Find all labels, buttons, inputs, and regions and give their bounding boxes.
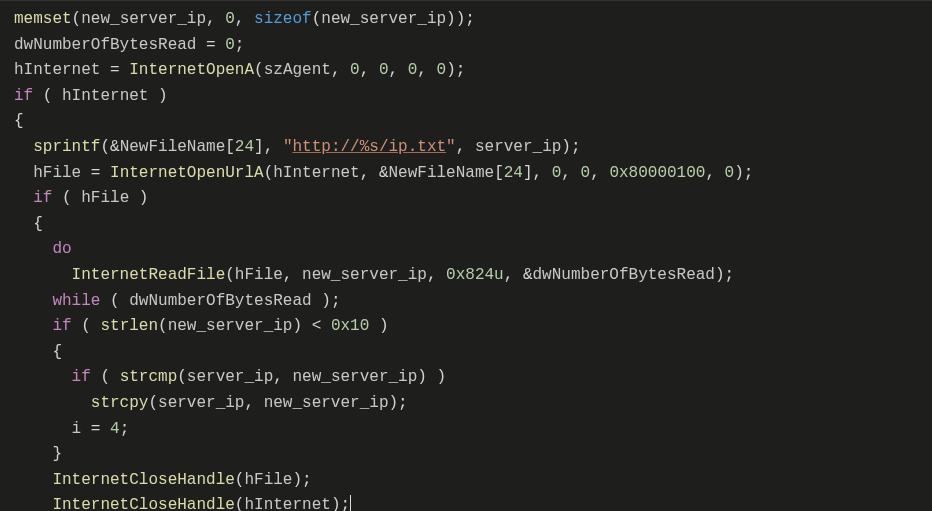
indent [14, 189, 33, 207]
code-line[interactable]: hFile = InternetOpenUrlA(hInternet, &New… [14, 161, 922, 187]
indent [14, 292, 52, 310]
token-punct: , [360, 61, 379, 79]
token-punct: = [196, 36, 225, 54]
code-line[interactable]: do [14, 237, 922, 263]
token-func: InternetOpenUrlA [110, 164, 264, 182]
token-brace: } [52, 445, 62, 463]
code-line[interactable]: memset(new_server_ip, 0, sizeof(new_serv… [14, 7, 922, 33]
indent [14, 471, 52, 489]
code-line[interactable]: InternetReadFile(hFile, new_server_ip, 0… [14, 263, 922, 289]
token-ident: hInternet [14, 61, 100, 79]
token-func: sprintf [33, 138, 100, 156]
token-punct: ( [225, 266, 235, 284]
token-punct: ); [388, 394, 407, 412]
token-punct: , & [360, 164, 389, 182]
token-punct: , [244, 394, 263, 412]
code-line[interactable]: strcpy(server_ip, new_server_ip); [14, 391, 922, 417]
indent [14, 343, 52, 361]
token-string: http://%s/ip.txt [292, 138, 446, 156]
token-punct: ( [235, 496, 245, 511]
token-punct: , [389, 61, 408, 79]
code-line[interactable]: if ( hFile ) [14, 186, 922, 212]
token-punct: ( [235, 471, 245, 489]
indent [14, 138, 33, 156]
token-number: 0 [225, 36, 235, 54]
token-func: strcpy [91, 394, 149, 412]
token-punct: ; [120, 420, 130, 438]
code-line[interactable]: if ( hInternet ) [14, 84, 922, 110]
indent [14, 496, 52, 511]
token-ident: server_ip [158, 394, 244, 412]
token-punct: ( [72, 10, 82, 28]
token-punct: ) [369, 317, 388, 335]
token-punct: ); [446, 61, 465, 79]
indent [14, 420, 72, 438]
code-line[interactable]: } [14, 442, 922, 468]
token-punct: , [590, 164, 609, 182]
token-punct: , [235, 10, 254, 28]
code-line[interactable]: sprintf(&NewFileName[24], "http://%s/ip.… [14, 135, 922, 161]
token-number: 24 [504, 164, 523, 182]
token-punct: , [705, 164, 724, 182]
token-punct: = [81, 420, 110, 438]
token-func: InternetCloseHandle [52, 496, 234, 511]
code-line[interactable]: { [14, 109, 922, 135]
token-brace: { [14, 112, 24, 130]
token-number: 0x10 [331, 317, 369, 335]
token-control: if [72, 368, 91, 386]
code-line[interactable]: i = 4; [14, 417, 922, 443]
token-func: InternetCloseHandle [52, 471, 234, 489]
token-ident: new_server_ip [321, 10, 446, 28]
indent [14, 164, 33, 182]
token-control: if [52, 317, 71, 335]
token-keyword: sizeof [254, 10, 312, 28]
code-line[interactable]: hInternet = InternetOpenA(szAgent, 0, 0,… [14, 58, 922, 84]
token-number: 0x824u [446, 266, 504, 284]
code-editor[interactable]: memset(new_server_ip, 0, sizeof(new_serv… [0, 0, 932, 511]
code-line[interactable]: InternetCloseHandle(hFile); [14, 468, 922, 494]
token-func: InternetReadFile [72, 266, 226, 284]
indent [14, 240, 52, 258]
code-line[interactable]: while ( dwNumberOfBytesRead ); [14, 289, 922, 315]
token-number: 4 [110, 420, 120, 438]
token-punct: ], [254, 138, 283, 156]
token-brace: { [33, 215, 43, 233]
token-punct: ( [33, 87, 62, 105]
indent [14, 215, 33, 233]
token-control: if [33, 189, 52, 207]
token-punct: ( [177, 368, 187, 386]
token-punct: ( [264, 164, 274, 182]
code-line[interactable]: InternetCloseHandle(hInternet); [14, 493, 922, 511]
token-number: 0 [408, 61, 418, 79]
token-number: 0 [552, 164, 562, 182]
token-ident: new_server_ip [168, 317, 293, 335]
token-func: InternetOpenA [129, 61, 254, 79]
token-punct: ( [100, 292, 129, 310]
token-brace: { [52, 343, 62, 361]
token-punct: ); [715, 266, 734, 284]
token-ident: dwNumberOfBytesRead [533, 266, 715, 284]
token-punct: , [561, 164, 580, 182]
token-punct: ); [292, 471, 311, 489]
token-punct: ); [331, 496, 350, 511]
token-ident: szAgent [264, 61, 331, 79]
token-punct: [ [225, 138, 235, 156]
token-control: while [52, 292, 100, 310]
token-number: 0x80000100 [609, 164, 705, 182]
code-line[interactable]: { [14, 340, 922, 366]
token-number: 0 [379, 61, 389, 79]
token-ident: hFile [81, 189, 129, 207]
token-number: 0 [225, 10, 235, 28]
token-ident: hInternet [62, 87, 148, 105]
token-func: strlen [100, 317, 158, 335]
token-punct: ( [72, 317, 101, 335]
token-punct: ( [148, 394, 158, 412]
code-line[interactable]: if ( strlen(new_server_ip) < 0x10 ) [14, 314, 922, 340]
token-punct: ; [235, 36, 245, 54]
token-ident: NewFileName [389, 164, 495, 182]
code-line[interactable]: dwNumberOfBytesRead = 0; [14, 33, 922, 59]
token-ident: server_ip [475, 138, 561, 156]
code-line[interactable]: { [14, 212, 922, 238]
token-punct: ) [129, 189, 148, 207]
code-line[interactable]: if ( strcmp(server_ip, new_server_ip) ) [14, 365, 922, 391]
